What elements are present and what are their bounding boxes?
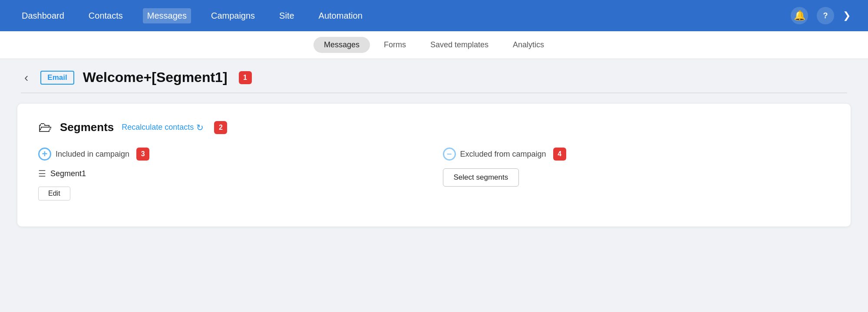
main-card: 🗁 Segments Recalculate contacts ↻ 2 + In… bbox=[17, 104, 851, 227]
select-segments-button[interactable]: Select segments bbox=[443, 168, 519, 187]
nav-contacts[interactable]: Contacts bbox=[84, 8, 127, 23]
recalculate-label: Recalculate contacts bbox=[122, 123, 194, 132]
nav-automation[interactable]: Automation bbox=[314, 8, 367, 23]
bell-icon[interactable]: 🔔 bbox=[791, 7, 808, 24]
nav-messages[interactable]: Messages bbox=[143, 8, 191, 23]
refresh-icon: ↻ bbox=[196, 122, 204, 133]
nav-site[interactable]: Site bbox=[275, 8, 298, 23]
chevron-down-icon[interactable]: ❯ bbox=[843, 10, 851, 21]
excluded-badge: 4 bbox=[553, 148, 566, 161]
email-tag: Email bbox=[40, 71, 74, 85]
tab-messages[interactable]: Messages bbox=[314, 37, 370, 53]
title-badge: 1 bbox=[239, 71, 252, 84]
title-divider bbox=[21, 92, 847, 93]
nav-dashboard[interactable]: Dashboard bbox=[17, 8, 69, 23]
nav-campaigns[interactable]: Campaigns bbox=[207, 8, 259, 23]
top-nav-right: 🔔 ? ❯ bbox=[791, 7, 851, 24]
tab-analytics[interactable]: Analytics bbox=[502, 37, 554, 53]
back-button[interactable]: ‹ bbox=[21, 70, 32, 85]
edit-button[interactable]: Edit bbox=[38, 187, 70, 200]
recalculate-button[interactable]: Recalculate contacts ↻ bbox=[122, 122, 204, 133]
tab-saved-templates[interactable]: Saved templates bbox=[420, 37, 499, 53]
segments-title: Segments bbox=[60, 121, 114, 134]
include-icon: + bbox=[38, 148, 51, 161]
folder-icon: 🗁 bbox=[38, 119, 52, 135]
exclude-icon: − bbox=[443, 148, 456, 161]
page-header: ‹ Email Welcome+[Segment1] 1 bbox=[0, 59, 868, 92]
page-title: Welcome+[Segment1] bbox=[83, 69, 228, 85]
segment-row: ☰ Segment1 bbox=[38, 168, 426, 179]
tab-forms[interactable]: Forms bbox=[373, 37, 416, 53]
excluded-label: Excluded from campaign bbox=[460, 150, 546, 159]
top-nav: Dashboard Contacts Messages Campaigns Si… bbox=[0, 0, 868, 31]
excluded-header: − Excluded from campaign 4 bbox=[443, 148, 830, 161]
included-column: + Included in campaign 3 ☰ Segment1 Edit bbox=[38, 148, 426, 200]
top-nav-left: Dashboard Contacts Messages Campaigns Si… bbox=[17, 8, 367, 23]
segments-columns: + Included in campaign 3 ☰ Segment1 Edit… bbox=[38, 148, 830, 200]
segment-list-icon: ☰ bbox=[38, 168, 46, 179]
segments-header: 🗁 Segments Recalculate contacts ↻ 2 bbox=[38, 119, 830, 135]
included-badge: 3 bbox=[136, 148, 149, 161]
excluded-column: − Excluded from campaign 4 Select segmen… bbox=[443, 148, 830, 200]
segment-name: Segment1 bbox=[50, 169, 86, 178]
included-label: Included in campaign bbox=[56, 150, 129, 159]
help-icon[interactable]: ? bbox=[817, 7, 834, 24]
sub-nav: Messages Forms Saved templates Analytics bbox=[0, 31, 868, 59]
recalculate-badge: 2 bbox=[214, 121, 227, 134]
included-header: + Included in campaign 3 bbox=[38, 148, 426, 161]
